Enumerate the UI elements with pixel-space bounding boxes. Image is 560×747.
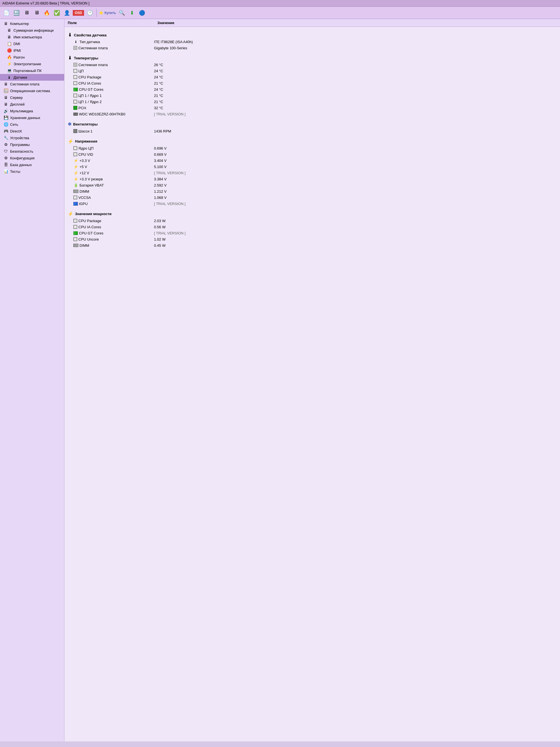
clock-icon[interactable]: 🕐 [86, 9, 94, 17]
field-sensor-mobo: Системная плата [73, 46, 154, 50]
field-volt-vccsa-label: VCCSA [78, 196, 91, 200]
row-volt-dimm[interactable]: DIMM 1.212 V [64, 188, 560, 195]
sensors-icon: 🌡 [7, 75, 12, 80]
sidebar-item-tests[interactable]: 📊 Тесты [0, 168, 64, 175]
sidebar-label-directx: DirectX [10, 129, 22, 133]
sidebar-item-motherboard[interactable]: 🖥 Системная плата [0, 81, 64, 87]
row-temp-core2[interactable]: ЦП 1 / Ядро 2 21 °C [64, 99, 560, 105]
server-icon: 🖥 [3, 95, 8, 100]
field-volt-core: Ядро ЦП [73, 146, 154, 150]
row-pwr-gt[interactable]: CPU GT Cores [ TRIAL VERSION ] [64, 230, 560, 236]
sidebar-item-laptop[interactable]: 💻 Портативный ПК [0, 67, 64, 74]
value-temp-cpu: 24 °C [154, 69, 557, 73]
sidebar-item-summary[interactable]: 🖥 Суммарная информаци [0, 27, 64, 34]
row-volt-12v[interactable]: ⚡ +12 V [ TRIAL VERSION ] [64, 170, 560, 176]
sidebar-item-database[interactable]: 🗄 База данных [0, 161, 64, 168]
field-volt-dimm-label: DIMM [80, 189, 89, 194]
sidebar-item-server[interactable]: 🖥 Сервер [0, 94, 64, 101]
fan-chassis-icon [73, 129, 77, 133]
directx-icon: 🎮 [3, 129, 8, 134]
row-volt-3v3r[interactable]: ⚡ +3.3 V резерв 3.384 V [64, 176, 560, 182]
row-volt-igpu[interactable]: iGPU [ TRIAL VERSION ] [64, 201, 560, 207]
sidebar-item-directx[interactable]: 🎮 DirectX [0, 128, 64, 134]
sidebar-item-os[interactable]: 🪟 Операционная система [0, 87, 64, 94]
value-pwr-pkg: 2.03 W [154, 219, 557, 223]
sidebar-item-ipmi[interactable]: 🔴 IPMI [0, 47, 64, 54]
value-sensor-mobo: Gigabyte 100-Series [154, 46, 557, 50]
row-pwr-pkg[interactable]: CPU Package 2.03 W [64, 217, 560, 224]
value-fan-chassis: 1436 RPM [154, 129, 557, 133]
row-pwr-uncore[interactable]: CPU Uncore 1.02 W [64, 236, 560, 242]
download-icon[interactable]: ⬇ [128, 9, 136, 17]
row-temp-pkg[interactable]: CPU Package 24 °C [64, 74, 560, 80]
row-temp-cpu[interactable]: ЦП 24 °C [64, 68, 560, 74]
person-icon[interactable]: 👤 [63, 9, 71, 17]
report-icon[interactable]: 📄 [2, 9, 11, 17]
task-icon[interactable]: ✅ [53, 9, 61, 17]
sidebar-item-display[interactable]: 🖥 Дисплей [0, 101, 64, 107]
row-temp-mobo[interactable]: Системная плата 26 °C [64, 61, 560, 68]
row-volt-core[interactable]: Ядро ЦП 0.696 V [64, 145, 560, 151]
row-pwr-dimm[interactable]: DIMM 0.45 W [64, 242, 560, 249]
monitor-icon[interactable]: 🖥 [32, 9, 41, 17]
field-fan-chassis-label: Шасси 1 [78, 129, 92, 133]
row-fan-chassis[interactable]: Шасси 1 1436 RPM [64, 128, 560, 134]
row-temp-gt[interactable]: CPU GT Cores 24 °C [64, 86, 560, 93]
sidebar-item-network[interactable]: 🌐 Сеть [0, 121, 64, 128]
sidebar-item-sensors[interactable]: 🌡 Датчики [0, 74, 64, 81]
sidebar-item-security[interactable]: 🛡 Безопасность [0, 148, 64, 155]
security-icon: 🛡 [3, 149, 8, 154]
sidebar-item-hostname[interactable]: 🖥 Имя компьютера [0, 34, 64, 40]
computer-icon[interactable]: 🖥 [22, 9, 31, 17]
row-temp-core1[interactable]: ЦП 1 / Ядро 1 21 °C [64, 93, 560, 99]
field-sensor-type: 🌡 Тип датчика [73, 39, 154, 44]
search-icon[interactable]: 🔍 [117, 9, 126, 17]
sidebar-label-sensors: Датчики [14, 75, 27, 80]
sidebar-item-multimedia[interactable]: 🔊 Мультимедиа [0, 107, 64, 114]
sidebar-item-devices[interactable]: 🔧 Устройства [0, 134, 64, 141]
sidebar-label-laptop: Портативный ПК [14, 69, 42, 73]
sidebar-item-power[interactable]: ⚡ Электропитание [0, 60, 64, 67]
sidebar-label-motherboard: Системная плата [10, 82, 39, 86]
ipmi-icon: 🔴 [7, 48, 12, 53]
computer-sidebar-icon: 🖥 [3, 21, 8, 26]
sidebar-item-programs[interactable]: ⚙ Программы [0, 141, 64, 148]
temp-core2-icon [73, 100, 77, 104]
row-volt-3v3[interactable]: ⚡ +3.3 V 3.404 V [64, 157, 560, 163]
row-volt-vid[interactable]: CPU VID 0.669 V [64, 151, 560, 157]
row-temp-pch[interactable]: PCH 32 °C [64, 105, 560, 111]
field-temp-ia-label: CPU IA Cores [78, 81, 101, 85]
field-volt-3v3: ⚡ +3.3 V [73, 158, 154, 163]
field-volt-3v3-label: +3.3 V [80, 158, 90, 163]
field-pwr-dimm-label: DIMM [80, 243, 89, 248]
row-pwr-ia[interactable]: CPU IA Cores 0.56 W [64, 224, 560, 230]
sidebar-item-computer[interactable]: 🖥 Компьютер [0, 20, 64, 27]
buy-button[interactable]: ⭐ Купить [99, 11, 116, 15]
row-volt-vccsa[interactable]: VCCSA 1.068 V [64, 195, 560, 201]
field-temp-gt-label: CPU GT Cores [79, 87, 103, 92]
find-icon[interactable]: 🔵 [138, 9, 146, 17]
field-temp-mobo: Системная плата [73, 63, 154, 67]
row-volt-vbat[interactable]: 🔋 Батарея VBAT 2.592 V [64, 182, 560, 188]
row-volt-5v[interactable]: ⚡ +5 V 5.100 V [64, 163, 560, 170]
row-temp-hdd[interactable]: WDC WD10EZRZ-00HTKB0 [ TRIAL VERSION ] [64, 111, 560, 117]
volt-12v-icon: ⚡ [73, 170, 78, 175]
value-volt-5v: 5.100 V [154, 165, 557, 169]
row-temp-ia[interactable]: CPU IA Cores 21 °C [64, 80, 560, 86]
flame-icon[interactable]: 🔥 [43, 9, 51, 17]
sidebar-item-dmi[interactable]: 📋 DMI [0, 40, 64, 47]
sidebar-label-power: Электропитание [14, 62, 41, 66]
dmi-icon: 📋 [7, 41, 12, 46]
field-sensor-type-label: Тип датчика [80, 40, 100, 44]
sidebar-item-storage[interactable]: 💾 Хранение данных [0, 114, 64, 121]
osd-button[interactable]: OSD [73, 10, 84, 16]
sidebar-label-ipmi: IPMI [14, 48, 21, 53]
field-volt-vbat-label: Батарея VBAT [80, 183, 104, 187]
sidebar-item-config[interactable]: ⚙ Конфигурация [0, 155, 64, 161]
sidebar-item-razgon[interactable]: 🔥 Разгон [0, 54, 64, 60]
back-icon[interactable]: 🔙 [12, 9, 21, 17]
row-sensor-type[interactable]: 🌡 Тип датчика ITE IT8628E (ISA A40h) [64, 38, 560, 45]
row-sensor-mobo[interactable]: Системная плата Gigabyte 100-Series [64, 45, 560, 51]
config-icon: ⚙ [3, 155, 8, 160]
sensor-mobo-icon [73, 46, 77, 50]
